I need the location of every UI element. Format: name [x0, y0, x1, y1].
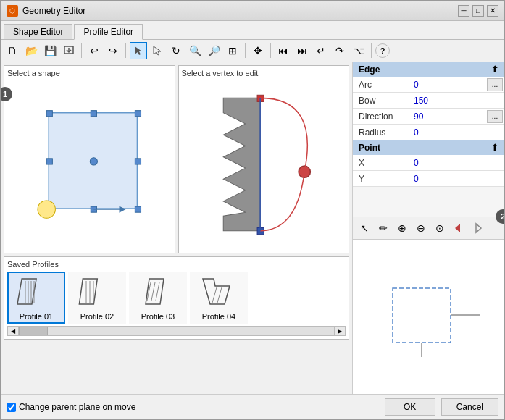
change-parent-checkbox[interactable]: [7, 403, 16, 412]
profile-name-04: Profile 04: [202, 312, 235, 321]
scroll-left-btn[interactable]: ◀: [7, 326, 19, 336]
svg-marker-33: [203, 279, 230, 304]
cancel-button[interactable]: Cancel: [441, 398, 498, 416]
bow-label: Bow: [353, 96, 411, 106]
tab-shape-editor[interactable]: Shape Editor: [4, 24, 72, 39]
profiles-scroll: Profile 01 Profile 02: [7, 272, 346, 324]
toolbar-zoom-in[interactable]: 🔍: [186, 42, 204, 59]
tab-bar: Shape Editor Profile Editor: [1, 21, 504, 40]
right-zoom-fit-btn[interactable]: ⊙: [431, 219, 448, 237]
left-panel: 1 Select a shape: [1, 62, 352, 394]
ok-button[interactable]: OK: [385, 398, 435, 416]
direction-button[interactable]: ...: [487, 110, 503, 123]
arc-label: Arc: [353, 80, 411, 90]
app-icon: ⬡: [7, 5, 18, 17]
tab-profile-editor[interactable]: Profile Editor: [74, 24, 143, 40]
svg-rect-5: [46, 111, 52, 117]
toolbar-sep-1: [81, 43, 82, 58]
arc-button[interactable]: ...: [487, 78, 503, 91]
svg-rect-25: [79, 279, 97, 304]
toolbar-new[interactable]: 🗋: [4, 42, 21, 59]
title-buttons: ─ □ ✕: [458, 5, 498, 17]
profile-item-04[interactable]: Profile 04: [190, 272, 248, 324]
close-button[interactable]: ✕: [487, 5, 498, 17]
edge-section-header[interactable]: Edge ⬆: [353, 62, 504, 77]
toolbar-pan[interactable]: ✥: [249, 42, 267, 59]
toolbar-flip-h[interactable]: ↵: [312, 42, 330, 59]
title-bar-left: ⬡ Geometry Editor: [7, 5, 85, 17]
toolbar-first[interactable]: ⏮: [275, 42, 292, 59]
toolbar-save[interactable]: 💾: [41, 42, 59, 59]
profile-item-02[interactable]: Profile 02: [68, 272, 126, 324]
bow-value: 150: [411, 96, 504, 106]
toolbar-undo[interactable]: ↩: [85, 42, 103, 59]
svg-rect-20: [17, 279, 36, 304]
editors-container: 1 Select a shape: [4, 65, 349, 253]
vertex-editor[interactable]: Select a vertex to edit: [178, 65, 350, 253]
right-zoom-in-btn[interactable]: ⊕: [393, 219, 411, 237]
svg-line-35: [217, 287, 222, 303]
svg-point-13: [90, 158, 97, 165]
scroll-thumb[interactable]: [19, 327, 48, 335]
editors-row: Select a shape: [4, 65, 349, 253]
bottom-buttons: OK Cancel: [385, 398, 498, 416]
profile-thumb-04: [197, 274, 241, 311]
toolbar-rotate[interactable]: ↻: [167, 42, 185, 59]
svg-rect-38: [393, 288, 451, 343]
svg-rect-12: [135, 206, 141, 212]
toolbar-help[interactable]: ?: [375, 43, 390, 58]
svg-line-31: [151, 282, 155, 301]
profile-name-01: Profile 01: [20, 312, 53, 321]
toolbar-export[interactable]: [60, 42, 78, 59]
toolbar-redo[interactable]: ↪: [104, 42, 122, 59]
right-pencil-btn[interactable]: ✏: [375, 219, 392, 237]
vertex-editor-label: Select a vertex to edit: [182, 69, 259, 77]
toolbar-flip-v[interactable]: ↷: [331, 42, 349, 59]
prop-row-arc: Arc 0 ...: [353, 77, 504, 93]
scroll-right-btn[interactable]: ▶: [334, 326, 346, 336]
toolbar-zoom-fit[interactable]: ⊞: [224, 42, 241, 59]
profile-item-01[interactable]: Profile 01: [7, 272, 65, 324]
point-section: Point ⬆ X 0 Y 0: [353, 140, 504, 187]
profile-icon-04: [199, 275, 239, 310]
shape-svg: [12, 83, 167, 245]
right-shape-next-btn[interactable]: [469, 219, 486, 237]
profile-name-02: Profile 02: [80, 312, 114, 321]
toolbar-options[interactable]: ⌥: [350, 42, 367, 59]
prop-row-x: X 0: [353, 155, 504, 171]
shape-canvas: [12, 83, 167, 245]
right-shape-prev-btn[interactable]: [450, 219, 467, 237]
svg-marker-36: [455, 224, 460, 232]
svg-rect-7: [135, 111, 141, 117]
profile-name-03: Profile 03: [141, 312, 175, 321]
restore-button[interactable]: □: [472, 5, 484, 17]
toolbar-open[interactable]: 📂: [22, 42, 40, 59]
toolbar-pointer[interactable]: [149, 42, 166, 59]
saved-profiles-label: Saved Profiles: [7, 260, 346, 269]
preview-area: [353, 240, 504, 395]
properties-area: Edge ⬆ Arc 0 ... Bow 150: [353, 62, 504, 217]
shape-selector[interactable]: Select a shape: [4, 65, 175, 253]
toolbar-sep-4: [270, 43, 271, 58]
right-zoom-out-btn[interactable]: ⊖: [412, 219, 430, 237]
svg-line-34: [212, 287, 217, 303]
main-content: 1 Select a shape: [1, 62, 504, 394]
profile-icon-03: [138, 275, 178, 310]
change-parent-label[interactable]: Change parent plane on move: [7, 402, 135, 412]
radius-label: Radius: [353, 127, 411, 138]
edge-section: Edge ⬆ Arc 0 ... Bow 150: [353, 62, 504, 140]
profile-thumb-02: [75, 274, 119, 311]
preview-canvas: [378, 277, 480, 357]
svg-marker-3: [154, 46, 161, 55]
minimize-button[interactable]: ─: [458, 5, 469, 17]
toolbar-last[interactable]: ⏭: [293, 42, 311, 59]
saved-profiles-panel: Saved Profiles P: [4, 256, 349, 340]
point-section-header[interactable]: Point ⬆: [353, 140, 504, 155]
toolbar-sep-3: [245, 43, 246, 58]
toolbar-zoom-out[interactable]: 🔎: [205, 42, 222, 59]
profile-icon-01: [17, 275, 57, 310]
profile-item-03[interactable]: Profile 03: [129, 272, 187, 324]
scroll-track[interactable]: [19, 326, 334, 336]
toolbar-select[interactable]: [130, 42, 147, 59]
right-select-btn[interactable]: ↖: [356, 219, 373, 237]
